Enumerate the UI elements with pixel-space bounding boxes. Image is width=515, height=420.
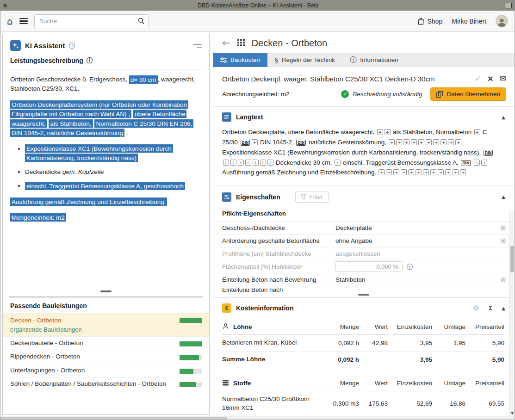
expand-plus-icon[interactable] bbox=[433, 139, 439, 145]
user-name[interactable]: Mirko Binert bbox=[452, 18, 486, 25]
expand-plus-icon[interactable] bbox=[426, 139, 432, 145]
expand-plus-icon[interactable] bbox=[389, 139, 395, 145]
expand-plus-icon[interactable] bbox=[238, 160, 244, 166]
property-input[interactable] bbox=[335, 261, 403, 272]
window-close-icon[interactable]: × bbox=[3, 0, 12, 11]
expand-plus-icon[interactable] bbox=[481, 160, 487, 166]
info-icon[interactable]: ⓘ bbox=[69, 42, 75, 50]
expand-plus-icon[interactable] bbox=[393, 169, 399, 175]
section-title: Kosteninformation bbox=[236, 304, 293, 312]
expand-plus-icon[interactable] bbox=[474, 129, 480, 135]
expand-plus-icon[interactable] bbox=[377, 129, 383, 135]
expand-plus-icon[interactable] bbox=[401, 169, 407, 175]
info-icon[interactable]: ⓘ bbox=[87, 56, 93, 65]
highlighted-text[interactable]: d= 30 cm bbox=[129, 75, 158, 84]
expand-plus-icon[interactable] bbox=[252, 139, 258, 145]
tab-baukosten[interactable]: Baukosten bbox=[213, 53, 267, 67]
expand-plus-icon[interactable] bbox=[223, 160, 229, 166]
expand-plus-icon[interactable] bbox=[335, 160, 341, 166]
highlighted-text[interactable]: Mengeneinheit: m2 bbox=[10, 213, 66, 222]
expand-plus-icon[interactable] bbox=[453, 169, 459, 175]
expand-plus-icon[interactable] bbox=[445, 169, 451, 175]
item-title: Ortbeton Deckenpl. waager. Stahlbeton C2… bbox=[222, 75, 468, 83]
vertical-scrollbar[interactable]: ▼ bbox=[509, 211, 515, 416]
expand-plus-icon[interactable] bbox=[260, 160, 266, 166]
tab-regeln-der-technik[interactable]: § Regeln der Technik bbox=[267, 53, 342, 67]
menu-icon[interactable] bbox=[19, 18, 28, 24]
expand-plus-icon[interactable] bbox=[378, 169, 385, 175]
expand-plus-icon[interactable] bbox=[418, 139, 424, 145]
expand-plus-icon[interactable] bbox=[423, 169, 429, 175]
remove-icon[interactable]: ⊗ bbox=[500, 237, 506, 245]
expand-plus-icon[interactable] bbox=[460, 169, 466, 175]
din-badge[interactable]: DIN bbox=[461, 160, 471, 166]
expand-plus-icon[interactable] bbox=[441, 139, 447, 145]
check-icon[interactable]: ✓ bbox=[475, 74, 481, 83]
back-icon[interactable]: ← bbox=[222, 38, 230, 48]
list-item[interactable]: Rippendecken - Ortbeton bbox=[3, 350, 209, 363]
din-badge[interactable]: DIN bbox=[296, 140, 306, 146]
expand-plus-icon[interactable] bbox=[386, 169, 392, 175]
grid-icon[interactable] bbox=[237, 39, 245, 48]
expand-plus-icon[interactable] bbox=[396, 139, 402, 145]
expand-plus-icon[interactable] bbox=[245, 160, 251, 166]
remove-icon[interactable]: ⊗ bbox=[500, 276, 506, 284]
expand-plus-icon[interactable] bbox=[230, 160, 236, 166]
scroll-down-icon[interactable]: ▼ bbox=[510, 411, 515, 415]
gear-icon[interactable]: ⚙ bbox=[473, 304, 479, 312]
highlighted-text[interactable]: Expositionsklasse XC1 (Bewehrungskorrosi… bbox=[25, 144, 173, 162]
expand-plus-icon[interactable] bbox=[253, 160, 259, 166]
collapse-icon[interactable]: ▲ bbox=[502, 194, 506, 199]
scrollbar-thumb[interactable] bbox=[0, 417, 227, 420]
home-icon[interactable]: ⌂ bbox=[7, 17, 13, 26]
din-badge[interactable]: DIN bbox=[484, 150, 493, 156]
panel-resize-handle[interactable] bbox=[3, 290, 209, 296]
expand-plus-icon[interactable] bbox=[438, 169, 444, 175]
expand-plus-icon[interactable] bbox=[408, 169, 414, 175]
tab-informationen[interactable]: ⓘ Informationen bbox=[342, 53, 406, 67]
scrollbar-thumb[interactable] bbox=[510, 246, 514, 272]
filter-button[interactable]: Filter bbox=[295, 191, 329, 203]
highlighted-text[interactable]: als Stahlbeton, bbox=[49, 119, 93, 128]
search-input[interactable] bbox=[35, 18, 134, 25]
expand-plus-icon[interactable] bbox=[430, 169, 436, 175]
list-item[interactable]: Sohlen / Bodenplatten / Sauberkeitsschic… bbox=[3, 377, 209, 390]
kosteninformation-section: € Kosteninformation ⚙ Σ ▲ LöhneMengeWert… bbox=[213, 298, 515, 416]
remove-icon[interactable]: ⊗ bbox=[500, 224, 506, 232]
horizontal-scrollbar[interactable] bbox=[0, 416, 515, 420]
section-resize-handle[interactable] bbox=[213, 292, 515, 298]
expand-plus-icon[interactable] bbox=[416, 169, 422, 175]
close-icon[interactable]: × bbox=[488, 74, 493, 83]
expand-plus-icon[interactable] bbox=[448, 139, 454, 145]
expand-plus-icon[interactable] bbox=[267, 160, 273, 166]
cost-value: 175,63 bbox=[359, 400, 388, 407]
highlighted-text[interactable]: einschl. Traggerüst Bemessungsklasse A, … bbox=[25, 182, 185, 190]
collapse-icon[interactable]: ▲ bbox=[502, 306, 506, 311]
list-item[interactable]: Unterfangungen - Ortbeton bbox=[3, 364, 209, 377]
bullet-item: Deckendicke gem. Kopfzeile bbox=[25, 167, 202, 177]
cost-value: 0,092 h bbox=[320, 340, 359, 346]
column-header: Wert bbox=[359, 380, 388, 387]
expand-plus-icon[interactable] bbox=[474, 160, 480, 166]
property-row: Profilhöhe [cm] Stahlblechdeckeausgeschl… bbox=[213, 247, 515, 260]
mail-icon[interactable]: ✉ bbox=[500, 74, 506, 83]
sum-icon[interactable]: Σ bbox=[489, 304, 492, 312]
list-item[interactable]: Deckenbauteile - Ortbeton bbox=[3, 336, 209, 350]
list-item[interactable]: Decken - Ortbetonergänzende Bauleistunge… bbox=[3, 313, 209, 336]
highlighted-text[interactable]: Ausführung gemäß Zeichnung und Einzelbes… bbox=[10, 198, 167, 206]
expand-plus-icon[interactable] bbox=[455, 139, 461, 145]
din-badge[interactable]: DIN bbox=[241, 140, 250, 146]
info-icon[interactable]: ⓘ bbox=[407, 263, 413, 271]
avatar[interactable] bbox=[496, 15, 508, 27]
match-score-bar bbox=[180, 369, 202, 374]
apply-data-button[interactable]: Daten übernehmen bbox=[430, 87, 506, 101]
search-icon[interactable] bbox=[134, 15, 149, 28]
expand-plus-icon[interactable] bbox=[385, 129, 391, 135]
expand-plus-icon[interactable] bbox=[403, 139, 410, 145]
list-item-title: Decken - Ortbeton bbox=[10, 316, 175, 325]
expand-plus-icon[interactable] bbox=[411, 139, 417, 145]
shop-button[interactable]: Shop bbox=[417, 18, 443, 25]
tab-label: Baukosten bbox=[230, 56, 260, 63]
collapse-icon[interactable]: ▲ bbox=[502, 115, 506, 120]
panel-options-icon[interactable] bbox=[192, 44, 202, 48]
